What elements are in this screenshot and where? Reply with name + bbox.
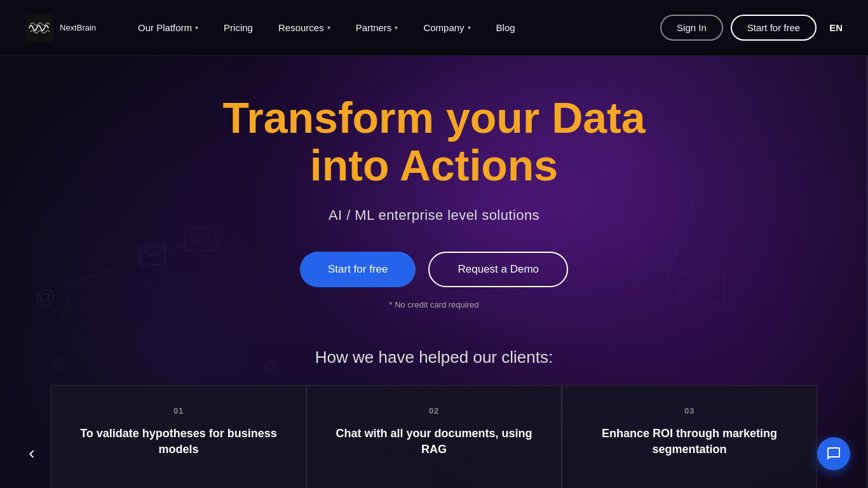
svg-line-1 [51, 259, 140, 291]
svg-line-2 [140, 240, 197, 259]
nav-pricing[interactable]: Pricing [214, 17, 263, 38]
client-card-2: 02 Chat with all your documents, using R… [306, 385, 562, 488]
chevron-down-icon: ▾ [327, 24, 330, 31]
scroll-indicator [865, 0, 868, 488]
nav-partners[interactable]: Partners ▾ [346, 17, 409, 38]
chevron-down-icon: ▾ [468, 24, 471, 31]
chat-button[interactable] [817, 437, 850, 470]
card-title-3: Enhance ROI through marketing segmentati… [585, 426, 794, 458]
chat-icon [826, 446, 841, 461]
hero-subtitle: AI / ML enterprise level solutions [222, 207, 645, 224]
svg-text:@: @ [35, 285, 55, 308]
card-number-3: 03 [585, 406, 794, 416]
nav-our-platform[interactable]: Our Platform ▾ [128, 17, 208, 38]
logo[interactable]: NextBrain [25, 14, 96, 42]
prev-arrow-button[interactable]: ‹ [13, 434, 51, 472]
hero-note: * No credit card required [222, 300, 645, 309]
cards-row: 01 To validate hypotheses for business m… [51, 385, 817, 488]
clients-section-title: How we have helped our clients: [13, 348, 855, 367]
svg-rect-14 [680, 272, 724, 304]
hero-request-demo-button[interactable]: Request a Demo [428, 252, 568, 287]
nav-resources[interactable]: Resources ▾ [268, 17, 341, 38]
signin-button[interactable]: Sign In [660, 15, 723, 41]
svg-line-8 [667, 278, 731, 310]
svg-line-5 [140, 183, 197, 259]
card-number-1: 01 [74, 406, 283, 416]
client-card-1: 01 To validate hypotheses for business m… [51, 385, 306, 488]
nav-actions: Sign In Start for free EN [660, 15, 843, 41]
nav-links: Our Platform ▾ Pricing Resources ▾ Partn… [128, 17, 660, 38]
hero-title: Transform your Data into Actions [222, 94, 645, 189]
hero-content: Transform your Data into Actions AI / ML… [222, 94, 645, 341]
nav-blog[interactable]: Blog [486, 17, 526, 38]
svg-rect-12 [140, 247, 165, 264]
svg-rect-13 [184, 227, 216, 250]
card-number-2: 02 [330, 406, 538, 416]
cards-row-wrapper: ‹ 01 To validate hypotheses for business… [13, 385, 855, 488]
hero-buttons: Start for free Request a Demo [222, 252, 645, 287]
chevron-down-icon: ▾ [395, 24, 398, 31]
language-switcher[interactable]: EN [829, 22, 843, 33]
svg-line-3 [140, 259, 159, 310]
svg-line-7 [667, 183, 699, 278]
nextbrain-logo-icon [25, 14, 53, 42]
card-title-1: To validate hypotheses for business mode… [74, 426, 283, 458]
hero-start-free-button[interactable]: Start for free [300, 252, 416, 287]
hero-section: @ @ @ Transform your Data into Actions A… [0, 56, 868, 488]
client-card-3: 03 Enhance ROI through marketing segment… [562, 385, 817, 488]
card-title-2: Chat with all your documents, using RAG [330, 426, 538, 458]
clients-section: How we have helped our clients: ‹ 01 To … [13, 341, 855, 488]
nav-company[interactable]: Company ▾ [413, 17, 480, 38]
brand-name: NextBrain [60, 23, 96, 33]
svg-line-6 [699, 119, 763, 183]
start-for-free-button[interactable]: Start for free [731, 15, 817, 41]
navbar: NextBrain Our Platform ▾ Pricing Resourc… [0, 0, 868, 56]
chevron-down-icon: ▾ [195, 24, 198, 31]
